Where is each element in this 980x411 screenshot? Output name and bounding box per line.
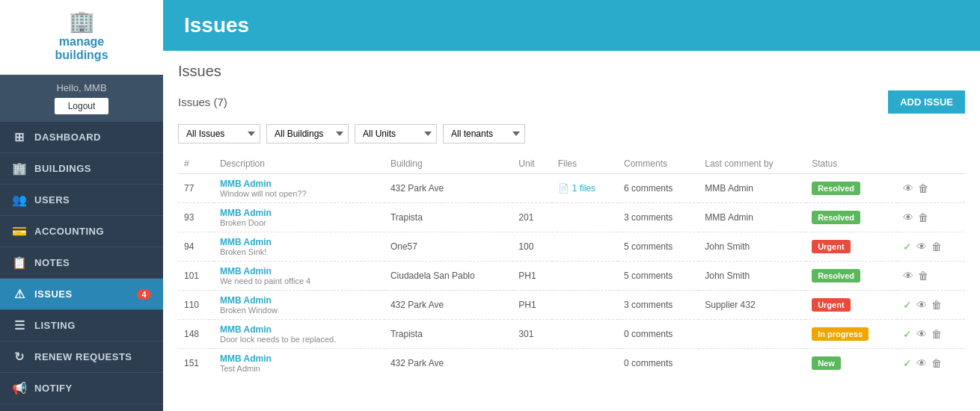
issue-description: Broken Sink! — [220, 247, 379, 256]
sidebar-item-users[interactable]: 👥 USERS — [0, 185, 163, 216]
issue-author-link[interactable]: MMB Admin — [220, 324, 379, 335]
cell-num: 77 — [178, 174, 214, 203]
cell-unit: 100 — [512, 232, 551, 262]
sidebar-item-notify[interactable]: 📢 NOTIFY — [0, 373, 163, 404]
all-buildings-filter[interactable]: All Buildings — [266, 124, 349, 143]
cell-last-comment — [699, 349, 806, 378]
status-badge: Resolved — [812, 182, 860, 195]
table-row: 101 MMB Admin We need to paint office 4 … — [178, 262, 965, 291]
row-actions: ✓👁🗑 — [903, 299, 959, 311]
cell-num: 151 — [178, 349, 214, 378]
row-actions: 👁🗑 — [903, 211, 959, 223]
sidebar-item-settings[interactable]: ⚙ SETTINGS — [0, 404, 163, 411]
logout-button[interactable]: Logout — [55, 98, 109, 114]
view-icon[interactable]: 👁 — [916, 299, 927, 311]
view-icon[interactable]: 👁 — [916, 241, 927, 253]
issues-count: Issues (7) — [178, 96, 227, 108]
status-badge: New — [812, 356, 841, 370]
user-greeting: Hello, MMB — [7, 82, 156, 93]
cell-comments: 0 comments — [618, 320, 699, 349]
issue-author-link[interactable]: MMB Admin — [220, 266, 379, 276]
issue-description: Test Admin — [220, 364, 379, 373]
sidebar-item-renew[interactable]: ↻ RENEW REQUESTS — [0, 342, 163, 373]
sidebar-item-notes[interactable]: 📋 NOTES — [0, 247, 163, 279]
all-issues-filter[interactable]: All Issues — [178, 124, 260, 143]
add-issue-button[interactable]: ADD ISSUE — [888, 90, 965, 114]
table-row: 110 MMB Admin Broken Window 432 Park Ave… — [178, 291, 965, 320]
cell-files — [552, 320, 618, 349]
cell-comments: 3 comments — [618, 203, 699, 232]
logo-area: 🏢 managebuildings — [0, 0, 163, 75]
cell-last-comment: John Smith — [699, 232, 806, 262]
delete-icon[interactable]: 🗑 — [931, 241, 942, 253]
cell-unit — [512, 174, 551, 203]
sidebar-item-issues[interactable]: ⚠ ISSUES 4 — [0, 279, 163, 310]
check-icon[interactable]: ✓ — [903, 328, 912, 340]
delete-icon[interactable]: 🗑 — [931, 299, 942, 311]
sidebar-item-label: BUILDINGS — [34, 163, 91, 174]
delete-icon[interactable]: 🗑 — [931, 328, 942, 340]
renew-icon: ↻ — [12, 350, 27, 364]
cell-desc: MMB Admin Broken Window — [214, 291, 385, 320]
cell-unit: PH1 — [512, 291, 551, 320]
view-icon[interactable]: 👁 — [903, 270, 913, 282]
view-icon[interactable]: 👁 — [916, 328, 927, 340]
cell-status: Resolved — [806, 262, 897, 291]
issue-description: Door lock needs to be replaced. — [220, 335, 379, 344]
table-row: 93 MMB Admin Broken Door Trapista 201 3 … — [178, 203, 965, 232]
cell-desc: MMB Admin We need to paint office 4 — [214, 262, 385, 291]
cell-actions: 👁🗑 — [897, 262, 965, 291]
sidebar-item-label: DASHBOARD — [34, 132, 101, 143]
sidebar-item-listing[interactable]: ☰ LISTING — [0, 310, 163, 342]
cell-building: 432 Park Ave — [385, 349, 512, 378]
cell-files — [552, 232, 618, 262]
status-badge: In progress — [812, 327, 869, 341]
sidebar-nav: ⊞ DASHBOARD 🏢 BUILDINGS 👥 USERS 💳 ACCOUN… — [0, 122, 163, 411]
cell-files — [552, 262, 618, 291]
table-row: 148 MMB Admin Door lock needs to be repl… — [178, 320, 965, 349]
col-header-last-comment: Last comment by — [699, 154, 806, 174]
check-icon[interactable]: ✓ — [903, 241, 912, 253]
cell-unit: 201 — [512, 203, 551, 232]
issue-author-link[interactable]: MMB Admin — [220, 208, 379, 218]
table-row: 94 MMB Admin Broken Sink! One57 100 5 co… — [178, 232, 965, 262]
cell-status: Urgent — [806, 232, 897, 262]
issue-author-link[interactable]: MMB Admin — [220, 353, 379, 364]
delete-icon[interactable]: 🗑 — [931, 357, 942, 369]
cell-building: Ciudadela San Pablo — [385, 262, 512, 291]
sidebar-item-dashboard[interactable]: ⊞ DASHBOARD — [0, 122, 163, 153]
sidebar-item-buildings[interactable]: 🏢 BUILDINGS — [0, 153, 163, 185]
cell-comments: 0 comments — [618, 349, 699, 378]
cell-desc: MMB Admin Door lock needs to be replaced… — [214, 320, 385, 349]
view-icon[interactable]: 👁 — [903, 182, 913, 194]
col-header-status: Status — [806, 154, 897, 174]
check-icon[interactable]: ✓ — [903, 299, 912, 311]
issue-author-link[interactable]: MMB Admin — [220, 237, 379, 247]
issue-description: Window will not open?? — [220, 189, 379, 198]
issues-icon: ⚠ — [12, 287, 27, 301]
row-actions: 👁🗑 — [903, 182, 959, 194]
issue-author-link[interactable]: MMB Admin — [220, 295, 379, 306]
view-icon[interactable]: 👁 — [916, 357, 927, 369]
delete-icon[interactable]: 🗑 — [918, 211, 928, 223]
all-units-filter[interactable]: All Units — [355, 124, 437, 143]
sidebar-item-label: NOTES — [34, 257, 70, 268]
sidebar-item-accounting[interactable]: 💳 ACCOUNTING — [0, 216, 163, 247]
cell-building: 432 Park Ave — [385, 174, 512, 203]
status-badge: Urgent — [812, 240, 850, 253]
col-header-desc: Description — [214, 154, 385, 174]
notify-icon: 📢 — [12, 381, 27, 395]
files-link[interactable]: 📄 1 files — [558, 183, 612, 194]
delete-icon[interactable]: 🗑 — [918, 182, 928, 194]
issue-author-link[interactable]: MMB Admin — [220, 179, 379, 189]
sidebar-user: Hello, MMB Logout — [0, 75, 163, 122]
cell-status: In progress — [806, 320, 897, 349]
sidebar-item-label: NOTIFY — [34, 383, 73, 394]
delete-icon[interactable]: 🗑 — [918, 270, 928, 282]
issue-description: Broken Window — [220, 306, 379, 315]
check-icon[interactable]: ✓ — [903, 357, 912, 369]
all-tenants-filter[interactable]: All tenants — [443, 124, 525, 143]
cell-status: Resolved — [806, 203, 897, 232]
view-icon[interactable]: 👁 — [903, 211, 913, 223]
col-header-num: # — [178, 154, 214, 174]
